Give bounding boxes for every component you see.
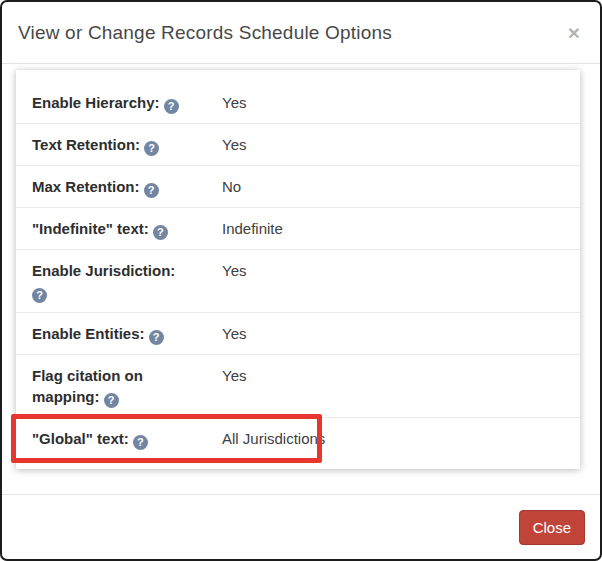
option-value: Yes — [222, 260, 564, 302]
option-row: "Indefinite" text: ? Indefinite — [16, 208, 580, 250]
option-label: Flag citation onmapping: ? — [32, 365, 222, 407]
help-icon[interactable]: ? — [144, 141, 159, 156]
option-value: Yes — [222, 365, 564, 407]
help-icon[interactable]: ? — [32, 288, 47, 303]
option-row: Enable Hierarchy: ? Yes — [16, 82, 580, 124]
option-label-text: Flag citation on — [32, 367, 143, 384]
option-label: Enable Jurisdiction: ? — [32, 260, 222, 302]
close-icon[interactable]: × — [564, 20, 584, 45]
option-label-text: Enable Hierarchy: — [32, 94, 160, 111]
close-button[interactable]: Close — [519, 510, 585, 545]
option-value: Yes — [222, 323, 564, 344]
help-icon[interactable]: ? — [104, 393, 119, 408]
modal-footer: Close — [2, 494, 600, 559]
option-label-text: Enable Jurisdiction: — [32, 262, 175, 279]
option-label-text: Text Retention: — [32, 136, 140, 153]
option-label: Enable Entities: ? — [32, 323, 222, 344]
option-label: Enable Hierarchy: ? — [32, 92, 222, 113]
option-label: Max Retention: ? — [32, 176, 222, 197]
help-icon[interactable]: ? — [149, 330, 164, 345]
modal-title: View or Change Records Schedule Options — [18, 22, 392, 44]
modal-header: View or Change Records Schedule Options … — [2, 2, 600, 64]
option-label-text: "Indefinite" text: — [32, 220, 149, 237]
option-value: Yes — [222, 134, 564, 155]
option-row: Max Retention: ? No — [16, 166, 580, 208]
option-row: Enable Jurisdiction: ? Yes — [16, 250, 580, 313]
option-label-text: "Global" text: — [32, 430, 129, 447]
options-card: Enable Hierarchy: ? Yes Text Retention: … — [16, 70, 580, 469]
option-value: No — [222, 176, 564, 197]
option-row: Enable Entities: ? Yes — [16, 313, 580, 355]
option-row: "Global" text: ? All Jurisdictions — [16, 418, 580, 459]
option-label: "Indefinite" text: ? — [32, 218, 222, 239]
option-label-text: mapping: — [32, 388, 100, 405]
option-row: Flag citation onmapping: ? Yes — [16, 355, 580, 418]
help-icon[interactable]: ? — [164, 99, 179, 114]
option-label: "Global" text: ? — [32, 428, 222, 449]
help-icon[interactable]: ? — [144, 183, 159, 198]
option-value: All Jurisdictions — [222, 428, 564, 449]
records-schedule-options-modal: View or Change Records Schedule Options … — [0, 0, 602, 561]
option-row: Text Retention: ? Yes — [16, 124, 580, 166]
option-label-text: Enable Entities: — [32, 325, 145, 342]
modal-body: Enable Hierarchy: ? Yes Text Retention: … — [2, 64, 600, 494]
help-icon[interactable]: ? — [153, 225, 168, 240]
option-label-text: Max Retention: — [32, 178, 140, 195]
option-label: Text Retention: ? — [32, 134, 222, 155]
option-value: Yes — [222, 92, 564, 113]
option-value: Indefinite — [222, 218, 564, 239]
help-icon[interactable]: ? — [133, 435, 148, 450]
